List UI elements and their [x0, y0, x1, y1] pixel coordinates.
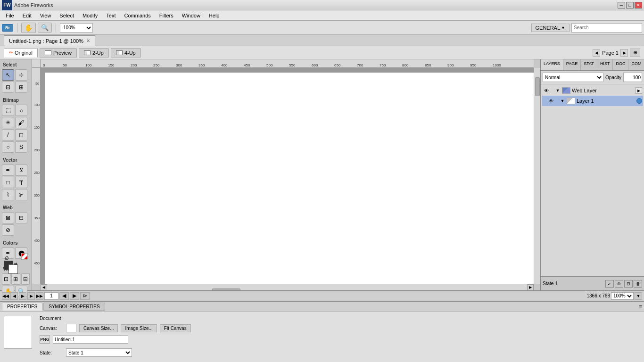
layer-expand-toggle[interactable]: ▼ [560, 98, 565, 104]
tab-doc[interactable]: DOC [613, 59, 628, 70]
doc-tab-untitled[interactable]: Untitled-1.png : Page 1 @ 100% ✕ [4, 35, 95, 46]
fill-color-swatch[interactable] [8, 264, 18, 274]
scale-tool[interactable]: ⊡ [2, 82, 14, 93]
tab-original[interactable]: ✏ Original [4, 48, 38, 58]
pencil-tool[interactable]: / [2, 129, 14, 140]
menu-text[interactable]: Text [102, 12, 119, 19]
menu-file[interactable]: File [2, 12, 18, 19]
full-screen-menu-tool[interactable]: ⊟ [21, 273, 30, 285]
scrollbar-thumb-h[interactable] [212, 288, 240, 291]
crop-tool[interactable]: ⊞ [15, 82, 27, 93]
layer-item-web[interactable]: 👁 ▼ Web Layer ▶ [542, 85, 643, 96]
nav-first-button[interactable]: ◀◀ [2, 292, 9, 300]
blur-tool[interactable]: ○ [2, 141, 14, 153]
bridge-button[interactable]: Br [2, 24, 13, 32]
menu-filters[interactable]: Filters [156, 12, 177, 19]
canvas-scroll[interactable] [41, 68, 534, 284]
hand-tool-button[interactable]: ✋ [21, 23, 36, 33]
tab-symbol-properties[interactable]: SYMBOL PROPERTIES [43, 303, 105, 311]
hide-slices-tool[interactable]: ⊘ [2, 224, 14, 236]
select-arrow-tool[interactable]: ↖ [2, 69, 14, 81]
select-subselect-tool[interactable]: ⊹ [15, 69, 27, 81]
delete-layer-button[interactable]: 🗑 [634, 280, 642, 288]
stroke-none-icon[interactable] [21, 253, 28, 260]
blend-mode-select[interactable]: Normal Multiply Screen Overlay [543, 73, 603, 82]
opacity-input[interactable] [623, 73, 642, 82]
nav-frame-prev-button[interactable]: ◀ [59, 292, 69, 300]
menu-view[interactable]: View [36, 12, 55, 19]
layer-expand-toggle[interactable]: ▼ [555, 88, 561, 93]
text-tool[interactable]: T [15, 177, 27, 188]
tab-page[interactable]: PAGE [563, 59, 581, 70]
layer-visibility-toggle[interactable]: 👁 [547, 97, 555, 105]
doc-name-input[interactable] [53, 335, 128, 344]
nav-loopback-button[interactable]: ⊳ [80, 292, 90, 300]
restore-button[interactable]: □ [626, 2, 634, 8]
scroll-left-button[interactable]: ◀ [41, 284, 47, 291]
nav-last-button[interactable]: ▶▶ [36, 292, 43, 300]
tab-properties[interactable]: PROPERTIES [2, 303, 42, 311]
pen-tool[interactable]: ✒ [2, 165, 14, 176]
rectangle-tool[interactable]: □ [2, 177, 14, 188]
nav-frame-next-button[interactable]: ▶ [70, 292, 79, 300]
layer-item-1[interactable]: 👁 ▼ Layer 1 [542, 96, 643, 106]
rubber-stamp-tool[interactable]: S [15, 141, 27, 153]
fit-canvas-button[interactable]: Fit Canvas [160, 324, 191, 332]
move-layer-button[interactable]: ⊟ [624, 280, 633, 288]
slice-tool[interactable]: ⊟ [15, 212, 27, 223]
page-prev-button[interactable]: ◀ [593, 49, 600, 57]
eraser-tool[interactable]: ◻ [15, 129, 27, 140]
scroll-right-button[interactable]: ▶ [527, 284, 534, 291]
zoom-down-button[interactable]: ▼ [635, 292, 642, 300]
vector-path-tool[interactable]: ⊻ [15, 165, 27, 176]
default-colors-icon[interactable]: ∅ [5, 255, 9, 261]
lasso-tool[interactable]: ⌕ [15, 105, 27, 116]
menu-select[interactable]: Select [56, 12, 78, 19]
general-button[interactable]: GENERAL ▼ [531, 24, 570, 32]
properties-settings-button[interactable]: ≡ [639, 304, 642, 310]
nav-next-button[interactable]: ▶ [27, 292, 35, 300]
minimize-button[interactable]: ─ [618, 2, 625, 8]
tab-states[interactable]: STAT [581, 59, 597, 70]
close-button[interactable]: ✕ [635, 2, 642, 8]
zoom-select[interactable]: 100% 50% 75% 150% 200% [60, 23, 93, 33]
menu-edit[interactable]: Edit [19, 12, 35, 19]
layer-expand-right[interactable]: ▶ [636, 87, 642, 94]
search-input[interactable] [571, 23, 642, 33]
full-screen-tool[interactable]: ⊞ [11, 273, 20, 285]
menu-help[interactable]: Help [205, 12, 223, 19]
doc-tab-close[interactable]: ✕ [86, 38, 90, 43]
page-next-button[interactable]: ▶ [620, 49, 628, 57]
status-zoom-select[interactable]: 100% 50% 75% 150% 200% [611, 292, 634, 300]
state-select[interactable]: State 1 [66, 348, 132, 357]
menu-modify[interactable]: Modify [79, 12, 101, 19]
swap-colors-icon[interactable]: ⇄ [14, 262, 17, 266]
magic-wand-tool[interactable]: ✳ [2, 117, 14, 128]
canvas-container[interactable]: 0 50 100 150 200 250 300 350 400 450 500… [32, 59, 540, 290]
layer-visibility-toggle[interactable]: 👁 [543, 87, 550, 94]
menu-commands[interactable]: Commands [121, 12, 155, 19]
path-scrubber-tool[interactable]: ⊱ [15, 189, 27, 200]
zoom-tool-button[interactable]: 🔍 [38, 23, 52, 33]
menu-window[interactable]: Window [178, 12, 204, 19]
brush-tool[interactable]: 🖌 [15, 117, 27, 128]
tab-layers[interactable]: LAYERS [541, 59, 563, 70]
scrollbar-thumb-v[interactable] [535, 77, 540, 96]
tab-4up[interactable]: 4-Up [111, 48, 141, 58]
scrollbar-horizontal[interactable]: ◀ ▶ [41, 284, 534, 290]
nav-prev-button[interactable]: ◀ [10, 292, 18, 300]
marquee-tool[interactable]: ⬚ [2, 105, 14, 116]
canvas-color-picker[interactable] [66, 324, 76, 332]
canvas[interactable] [45, 73, 534, 284]
standard-screen-tool[interactable]: ⊡ [2, 273, 10, 285]
tab-history[interactable]: HIST [597, 59, 613, 70]
copy-layer-button[interactable]: ⊕ [615, 280, 623, 288]
hotspot-tool[interactable]: ⊠ [2, 212, 14, 223]
nav-play-button[interactable]: ▶ [19, 292, 26, 300]
image-size-button[interactable]: Image Size... [121, 324, 157, 332]
new-layer-button[interactable]: ↙ [605, 280, 614, 288]
tab-preview[interactable]: Preview [40, 48, 77, 58]
scrollbar-vertical[interactable] [534, 68, 540, 284]
page-options-button[interactable]: ⊕ [630, 49, 640, 57]
freeform-tool[interactable]: ⌇ [2, 189, 14, 200]
